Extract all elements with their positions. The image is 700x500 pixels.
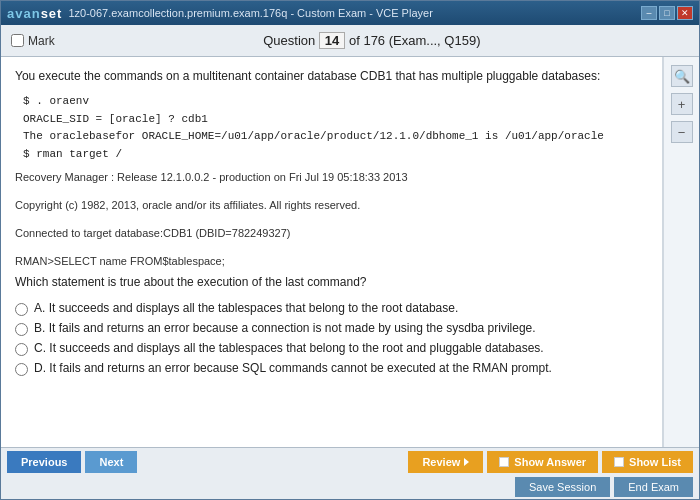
end-exam-button[interactable]: End Exam	[614, 477, 693, 497]
options-area: A. It succeeds and displays all the tabl…	[15, 301, 648, 376]
option-c-radio[interactable]	[15, 343, 28, 356]
review-label: Review	[422, 456, 460, 468]
option-a: A. It succeeds and displays all the tabl…	[15, 301, 648, 316]
review-arrow-icon	[464, 458, 469, 466]
review-button[interactable]: Review	[408, 451, 483, 473]
bottom-row2: Save Session End Exam	[1, 475, 699, 499]
info-line-6	[15, 241, 648, 253]
main-area: You execute the commands on a multitenan…	[1, 57, 699, 447]
question-total: of 176 (Exam..., Q159)	[349, 33, 481, 48]
options-section: Which statement is true about the execut…	[15, 273, 648, 376]
option-c: C. It succeeds and displays all the tabl…	[15, 341, 648, 356]
close-button[interactable]: ✕	[677, 6, 693, 20]
content-area: You execute the commands on a multitenan…	[1, 57, 663, 447]
question-number: 14	[319, 32, 345, 49]
window-title: 1z0-067.examcollection.premium.exam.176q…	[68, 7, 432, 19]
bottom-bar: Previous Next Review Show Answer Show Li…	[1, 447, 699, 499]
app-logo: avanset	[7, 6, 62, 21]
next-button[interactable]: Next	[85, 451, 137, 473]
info-line-7: RMAN>SELECT name FROM$tablespace;	[15, 255, 648, 267]
title-bar-left: avanset 1z0-067.examcollection.premium.e…	[7, 6, 433, 21]
option-c-text: C. It succeeds and displays all the tabl…	[34, 341, 544, 355]
maximize-button[interactable]: □	[659, 6, 675, 20]
minimize-button[interactable]: –	[641, 6, 657, 20]
option-d: D. It fails and returns an error because…	[15, 361, 648, 376]
code-line-3: The oraclebasefor ORACLE_HOME=/u01/app/o…	[23, 128, 648, 146]
code-block: $ . oraenv ORACLE_SID = [oracle] ? cdb1 …	[23, 93, 648, 163]
code-line-2: ORACLE_SID = [oracle] ? cdb1	[23, 111, 648, 129]
toolbar: Mark Question 14 of 176 (Exam..., Q159)	[1, 25, 699, 57]
show-answer-button[interactable]: Show Answer	[487, 451, 598, 473]
mark-area: Mark	[11, 34, 55, 48]
info-line-1: Recovery Manager : Release 12.1.0.0.2 - …	[15, 171, 648, 183]
show-list-icon	[614, 457, 624, 467]
code-line-4: $ rman target /	[23, 146, 648, 164]
title-bar: avanset 1z0-067.examcollection.premium.e…	[1, 1, 699, 25]
info-line-2	[15, 185, 648, 197]
main-window: avanset 1z0-067.examcollection.premium.e…	[0, 0, 700, 500]
option-d-radio[interactable]	[15, 363, 28, 376]
option-b-radio[interactable]	[15, 323, 28, 336]
mark-label: Mark	[28, 34, 55, 48]
show-list-label: Show List	[629, 456, 681, 468]
option-a-text: A. It succeeds and displays all the tabl…	[34, 301, 458, 315]
option-b: B. It fails and returns an error because…	[15, 321, 648, 336]
save-session-button[interactable]: Save Session	[515, 477, 610, 497]
show-answer-icon	[499, 457, 509, 467]
info-line-3: Copyright (c) 1982, 2013, oracle and/or …	[15, 199, 648, 211]
mark-checkbox[interactable]	[11, 34, 24, 47]
window-controls: – □ ✕	[641, 6, 693, 20]
previous-button[interactable]: Previous	[7, 451, 81, 473]
search-icon[interactable]: 🔍	[671, 65, 693, 87]
question-info: Question 14 of 176 (Exam..., Q159)	[55, 32, 689, 49]
option-a-radio[interactable]	[15, 303, 28, 316]
show-answer-label: Show Answer	[514, 456, 586, 468]
sidebar: 🔍 + −	[663, 57, 699, 447]
question-intro: You execute the commands on a multitenan…	[15, 67, 648, 85]
zoom-in-icon[interactable]: +	[671, 93, 693, 115]
option-d-text: D. It fails and returns an error because…	[34, 361, 552, 375]
bottom-row1: Previous Next Review Show Answer Show Li…	[1, 448, 699, 475]
option-b-text: B. It fails and returns an error because…	[34, 321, 536, 335]
zoom-out-icon[interactable]: −	[671, 121, 693, 143]
show-list-button[interactable]: Show List	[602, 451, 693, 473]
info-line-4	[15, 213, 648, 225]
question-prompt: Which statement is true about the execut…	[15, 273, 648, 291]
info-line-5: Connected to target database:CDB1 (DBID=…	[15, 227, 648, 239]
info-lines: Recovery Manager : Release 12.1.0.0.2 - …	[15, 171, 648, 267]
code-line-1: $ . oraenv	[23, 93, 648, 111]
